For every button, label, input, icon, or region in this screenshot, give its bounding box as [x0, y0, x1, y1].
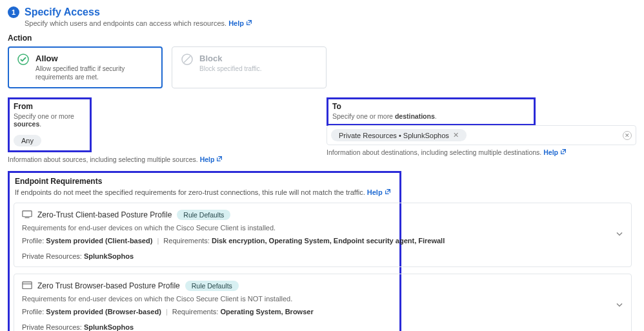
action-block-card[interactable]: Block Block specified traffic.: [172, 46, 327, 88]
help-link-to[interactable]: Help: [543, 148, 567, 156]
help-link-label: Help: [228, 19, 244, 27]
check-circle-icon: [17, 54, 29, 65]
endpoint-requirements-title: Endpoint Requirements: [15, 177, 394, 186]
from-chip-any[interactable]: Any: [14, 135, 41, 146]
to-info: Information about destinations, includin…: [327, 148, 636, 156]
to-column: To Specify one or more destinations. Pri…: [327, 97, 636, 163]
step-title: Specify Access: [25, 6, 100, 18]
private-resources-line: Private Resources: SplunkSophos: [22, 323, 623, 331]
profile-header: Zero Trust Browser-based Posture Profile…: [22, 281, 623, 291]
from-title: From: [14, 102, 86, 111]
posture-profile-card: Zero-Trust Client-based Posture Profile …: [14, 203, 632, 267]
posture-profile-card: Zero Trust Browser-based Posture Profile…: [14, 274, 632, 331]
profile-name: Zero Trust Browser-based Posture Profile: [37, 281, 180, 290]
external-link-icon: [560, 148, 567, 156]
action-label: Action: [8, 34, 636, 43]
profile-details-line: Profile: System provided (Client-based) …: [22, 237, 623, 245]
external-link-icon: [246, 19, 252, 27]
block-circle-icon: [181, 54, 193, 65]
action-options: Allow Allow specified traffic if securit…: [8, 46, 636, 88]
from-chip-row[interactable]: Any: [14, 132, 86, 146]
from-to-row: From Specify one or more sources. Any In…: [8, 97, 636, 163]
profile-header: Zero-Trust Client-based Posture Profile …: [22, 210, 623, 220]
profile-sub: Requirements for end-user devices on whi…: [22, 224, 623, 232]
profile-name: Zero-Trust Client-based Posture Profile: [37, 210, 172, 219]
to-subtitle: Specify one or more destinations.: [332, 112, 530, 120]
external-link-icon: [216, 155, 223, 163]
rule-defaults-badge: Rule Defaults: [177, 210, 230, 220]
browser-icon: [22, 281, 32, 290]
from-column: From Specify one or more sources. Any In…: [8, 97, 317, 163]
to-chip-resource[interactable]: Private Resources • SplunkSophos ✕: [331, 129, 467, 141]
chevron-down-icon[interactable]: [616, 230, 623, 240]
to-chip-row[interactable]: Private Resources • SplunkSophos ✕ ✕: [327, 125, 636, 145]
from-subtitle: Specify one or more sources.: [14, 112, 86, 128]
help-link-from[interactable]: Help: [200, 155, 223, 163]
endpoint-requirements-frame: Endpoint Requirements If endpoints do no…: [8, 171, 401, 331]
endpoint-requirements-desc: If endpoints do not meet the specified r…: [15, 188, 394, 196]
step-header: 1 Specify Access: [8, 6, 636, 18]
profile-sub: Requirements for end-user devices on whi…: [22, 295, 623, 303]
private-resources-line: Private Resources: SplunkSophos: [22, 252, 623, 260]
from-info: Information about sources, including sel…: [8, 155, 317, 163]
chevron-down-icon[interactable]: [616, 301, 623, 311]
monitor-icon: [22, 210, 32, 219]
help-link-endpoint[interactable]: Help: [367, 188, 391, 196]
action-allow-title: Allow: [35, 54, 153, 63]
clear-all-icon[interactable]: ✕: [623, 131, 632, 140]
chip-remove-icon[interactable]: ✕: [453, 131, 459, 139]
profile-details-line: Profile: System provided (Browser-based)…: [22, 308, 623, 316]
step-description-text: Specify which users and endpoints can ac…: [25, 19, 226, 27]
action-block-sub: Block specified traffic.: [199, 65, 262, 73]
action-allow-card[interactable]: Allow Allow specified traffic if securit…: [8, 46, 163, 88]
from-highlight-frame: From Specify one or more sources. Any: [8, 97, 92, 152]
external-link-icon: [385, 188, 391, 196]
rule-defaults-badge: Rule Defaults: [185, 281, 239, 291]
to-highlight-frame: To Specify one or more destinations.: [327, 97, 536, 126]
svg-rect-5: [23, 282, 32, 289]
to-title: To: [332, 102, 530, 111]
action-block-title: Block: [199, 54, 262, 63]
step-description: Specify which users and endpoints can ac…: [25, 19, 636, 27]
svg-rect-3: [23, 211, 32, 217]
help-link-step[interactable]: Help: [228, 19, 252, 27]
step-number-badge: 1: [8, 6, 19, 18]
svg-line-2: [184, 56, 190, 63]
action-allow-sub: Allow specified traffic if security requ…: [35, 65, 153, 81]
